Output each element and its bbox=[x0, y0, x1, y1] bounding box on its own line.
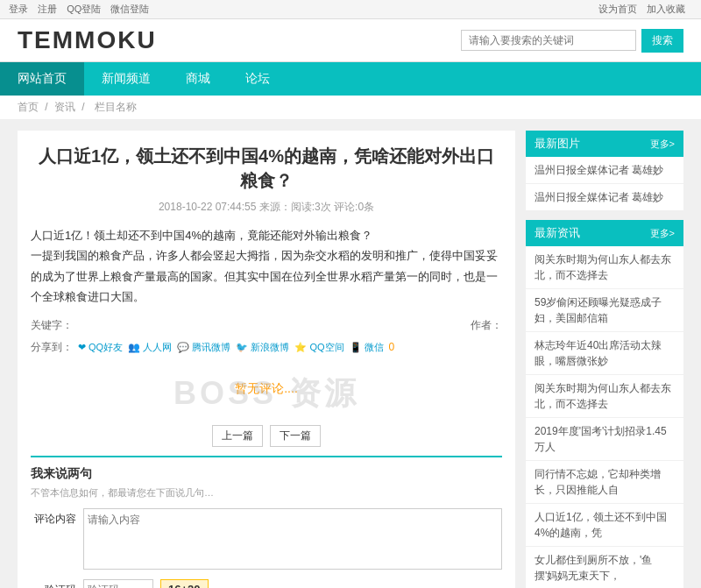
breadcrumb-home[interactable]: 首页 bbox=[18, 101, 39, 113]
news-link-4[interactable]: 2019年度'国考'计划招录1.45万人 bbox=[535, 423, 675, 455]
sidebar-news-block: 最新资讯 更多> 阅关东时期为何山东人都去东北，而不选择去 59岁偷闲还顾曝光疑… bbox=[526, 220, 683, 588]
top-bar: 登录 注册 QQ登陆 微信登陆 设为首页 加入收藏 bbox=[0, 0, 701, 19]
breadcrumb-news[interactable]: 资讯 bbox=[54, 101, 75, 113]
captcha-input-wrapper: 16+20 bbox=[83, 579, 502, 588]
sidebar-image-link-1[interactable]: 温州日报全媒体记者 葛雄妙 bbox=[535, 162, 675, 178]
no-comment: 暂无评论.... bbox=[31, 364, 502, 414]
list-item: 人口近1亿，领土还不到中国4%的越南，凭 bbox=[526, 504, 683, 547]
share-row: 分享到： ❤ QQ好友 👥 人人网 💬 腾讯微博 🐦 新浪微博 ⭐ QQ空间 📱… bbox=[31, 340, 502, 355]
share-sina-weibo[interactable]: 🐦 新浪微博 bbox=[236, 341, 289, 354]
site-logo: TEMMOKU bbox=[18, 26, 157, 54]
prev-page-button[interactable]: 上一篇 bbox=[212, 425, 263, 447]
comment-form: 评论内容 验证码 16+20 提交 bbox=[31, 508, 502, 588]
list-item: 同行情不忘媳，它却种类增长，只因推能人自 bbox=[526, 461, 683, 504]
share-label: 分享到： bbox=[31, 340, 73, 355]
wechat-login-link[interactable]: 微信登陆 bbox=[110, 4, 149, 14]
keywords-row: 关键字： 作者： bbox=[31, 318, 502, 333]
comment-textarea[interactable] bbox=[83, 508, 502, 570]
list-item: 女儿都住到厕所不放，'鱼摆'妈妈无束天下， bbox=[526, 547, 683, 588]
sidebar-news-title: 最新资讯 bbox=[535, 225, 580, 241]
nav-home[interactable]: 网站首页 bbox=[0, 62, 84, 96]
sidebar-news-header: 最新资讯 更多> bbox=[526, 220, 683, 246]
content-row: 评论内容 bbox=[31, 508, 502, 572]
news-link-6[interactable]: 人口近1亿，领土还不到中国4%的越南，凭 bbox=[535, 509, 675, 541]
article-meta: 2018-10-22 07:44:55 来源：阅读:3次 评论:0条 bbox=[31, 200, 502, 215]
comment-notice: 不管本信息如何，都最请您在下面说几句… bbox=[31, 486, 502, 499]
sidebar-image-item-1: 温州日报全媒体记者 葛雄妙 bbox=[526, 157, 683, 184]
sidebar-image-link-2[interactable]: 温州日报全媒体记者 葛雄妙 bbox=[535, 189, 675, 205]
add-favorite-link[interactable]: 加入收藏 bbox=[647, 4, 685, 14]
header: TEMMOKU 搜索 bbox=[0, 19, 701, 62]
share-count: 0 bbox=[389, 341, 395, 353]
captcha-input[interactable] bbox=[83, 579, 153, 588]
list-item: 2019年度'国考'计划招录1.45万人 bbox=[526, 418, 683, 461]
set-homepage-link[interactable]: 设为首页 bbox=[598, 4, 637, 14]
news-link-7[interactable]: 女儿都住到厕所不放，'鱼摆'妈妈无束天下， bbox=[535, 552, 675, 584]
share-qq-zone[interactable]: ⭐ QQ空间 bbox=[294, 341, 343, 354]
list-item: 59岁偷闲还顾曝光疑惑成子妇，美国邮信箱 bbox=[526, 289, 683, 332]
watermark-container: BOSS 资源 暂无评论.... bbox=[31, 364, 502, 416]
breadcrumb-current: 栏目名称 bbox=[95, 101, 137, 113]
article-content: 人口近1亿！领土却还不到中国4%的越南，竟能还能对外输出粮食？ 一提到我国的粮食… bbox=[31, 225, 502, 308]
search-button[interactable]: 搜索 bbox=[641, 29, 683, 53]
qq-login-link[interactable]: QQ登陆 bbox=[67, 4, 101, 14]
news-link-0[interactable]: 阅关东时期为何山东人都去东北，而不选择去 bbox=[535, 251, 675, 283]
breadcrumb: 首页 / 资讯 / 栏目名称 bbox=[0, 96, 701, 120]
captcha-row: 验证码 16+20 bbox=[31, 579, 502, 588]
sidebar-images-block: 最新图片 更多> 温州日报全媒体记者 葛雄妙 温州日报全媒体记者 葛雄妙 bbox=[526, 131, 683, 211]
content-input-wrapper bbox=[83, 508, 502, 572]
article-p2: 一提到我国的粮食产品，许多人都会竖起大拇指，因为杂交水稻的发明和推广，使得中国妥… bbox=[31, 245, 502, 307]
main-layout: 人口近1亿，领土还不到中国4%的越南，凭啥还能对外出口粮食？ 2018-10-2… bbox=[0, 120, 701, 588]
register-link[interactable]: 注册 bbox=[38, 4, 57, 14]
share-qq-friend[interactable]: ❤ QQ好友 bbox=[78, 341, 123, 354]
captcha-label: 验证码 bbox=[31, 579, 83, 588]
content-label: 评论内容 bbox=[31, 508, 83, 527]
article-title: 人口近1亿，领土还不到中国4%的越南，凭啥还能对外出口粮食？ bbox=[31, 144, 502, 193]
sidebar-news-more[interactable]: 更多> bbox=[650, 227, 675, 240]
sidebar: 最新图片 更多> 温州日报全媒体记者 葛雄妙 温州日报全媒体记者 葛雄妙 最新资… bbox=[526, 131, 683, 588]
login-link[interactable]: 登录 bbox=[9, 4, 28, 14]
nav-forum[interactable]: 论坛 bbox=[228, 62, 287, 96]
sidebar-image-item-2: 温州日报全媒体记者 葛雄妙 bbox=[526, 184, 683, 211]
author-label: 作者： bbox=[471, 318, 502, 333]
news-link-5[interactable]: 同行情不忘媳，它却种类增长，只因推能人自 bbox=[535, 466, 675, 498]
top-bar-left: 登录 注册 QQ登陆 微信登陆 bbox=[9, 3, 156, 16]
next-page-button[interactable]: 下一篇 bbox=[270, 425, 321, 447]
search-bar: 搜索 bbox=[461, 29, 683, 53]
nav-news[interactable]: 新闻频道 bbox=[84, 62, 168, 96]
comment-section: 我来说两句 不管本信息如何，都最请您在下面说几句… 评论内容 验证码 16+20 bbox=[31, 456, 502, 588]
news-link-3[interactable]: 阅关东时期为何山东人都去东北，而不选择去 bbox=[535, 380, 675, 412]
news-link-2[interactable]: 林志玲年近40出席活动太辣眼，嘴唇微张妙 bbox=[535, 337, 675, 369]
article-p1: 人口近1亿！领土却还不到中国4%的越南，竟能还能对外输出粮食？ bbox=[31, 225, 502, 245]
share-tencent-weibo[interactable]: 💬 腾讯微博 bbox=[177, 341, 230, 354]
article-area: 人口近1亿，领土还不到中国4%的越南，凭啥还能对外出口粮食？ 2018-10-2… bbox=[18, 131, 515, 588]
list-item: 阅关东时期为何山东人都去东北，而不选择去 bbox=[526, 375, 683, 418]
news-link-1[interactable]: 59岁偷闲还顾曝光疑惑成子妇，美国邮信箱 bbox=[535, 294, 675, 326]
sidebar-images-more[interactable]: 更多> bbox=[650, 138, 675, 151]
captcha-image: 16+20 bbox=[160, 579, 209, 588]
keywords-label: 关键字： bbox=[31, 318, 73, 333]
list-item: 阅关东时期为何山东人都去东北，而不选择去 bbox=[526, 246, 683, 289]
sidebar-images-title: 最新图片 bbox=[535, 136, 580, 152]
share-renren[interactable]: 👥 人人网 bbox=[128, 341, 172, 354]
comment-section-header: 我来说两句 bbox=[31, 466, 502, 482]
share-wechat[interactable]: 📱 微信 bbox=[350, 341, 384, 354]
pagination: 上一篇 下一篇 bbox=[31, 425, 502, 447]
search-input[interactable] bbox=[461, 30, 636, 51]
main-nav: 网站首页 新闻频道 商城 论坛 bbox=[0, 62, 701, 96]
list-item: 林志玲年近40出席活动太辣眼，嘴唇微张妙 bbox=[526, 332, 683, 375]
top-bar-right: 设为首页 加入收藏 bbox=[598, 3, 692, 16]
sidebar-images-header: 最新图片 更多> bbox=[526, 131, 683, 157]
nav-shop[interactable]: 商城 bbox=[168, 62, 228, 96]
